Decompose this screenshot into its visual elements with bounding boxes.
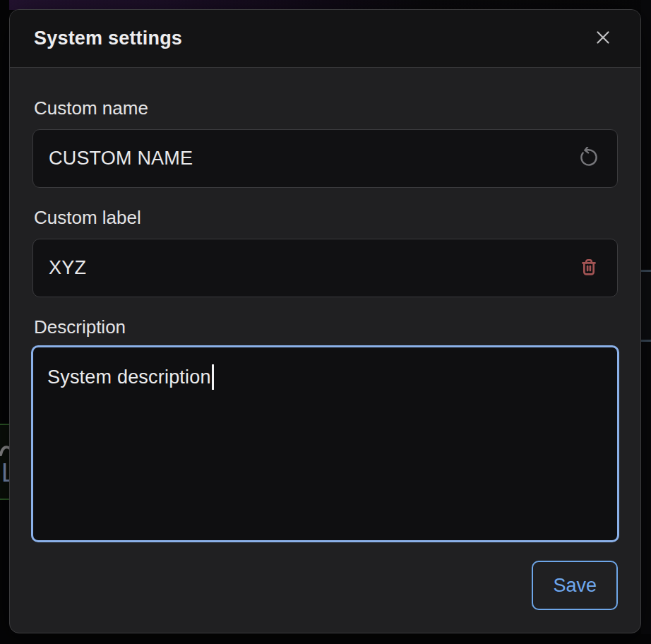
system-settings-dialog: System settings Custom name: [9, 9, 641, 633]
background-left-strip: [0, 0, 9, 644]
custom-name-label: Custom name: [34, 97, 618, 119]
trash-icon: [578, 256, 600, 280]
dialog-body: Custom name Custom label: [10, 68, 640, 633]
reset-button[interactable]: [575, 145, 603, 173]
custom-label-input-wrapper: [32, 239, 618, 297]
background-panel-border: [641, 340, 651, 342]
background-panel-border: [641, 270, 651, 272]
delete-button[interactable]: [575, 254, 603, 282]
custom-name-input[interactable]: [49, 148, 575, 169]
custom-label-label: Custom label: [34, 207, 618, 228]
background-bottom-strip: [0, 634, 651, 644]
dialog-header: System settings: [10, 10, 640, 68]
background-top-glow: [0, 0, 651, 10]
dialog-footer: Save: [32, 561, 618, 610]
dialog-title: System settings: [34, 28, 590, 49]
close-button[interactable]: [590, 25, 616, 52]
description-label: Description: [34, 316, 618, 338]
custom-label-input[interactable]: [49, 257, 575, 279]
background-partial-text: L: [1, 459, 9, 487]
custom-name-input-wrapper: [32, 129, 618, 188]
background-partial-panel: L: [0, 424, 9, 500]
close-icon: [592, 27, 614, 50]
text-cursor: [212, 364, 214, 390]
description-text: System description: [47, 366, 211, 388]
save-button[interactable]: Save: [532, 561, 618, 610]
background-right-panel: [641, 272, 651, 340]
description-textarea[interactable]: System description: [31, 345, 619, 542]
rotate-ccw-icon: [578, 147, 599, 170]
